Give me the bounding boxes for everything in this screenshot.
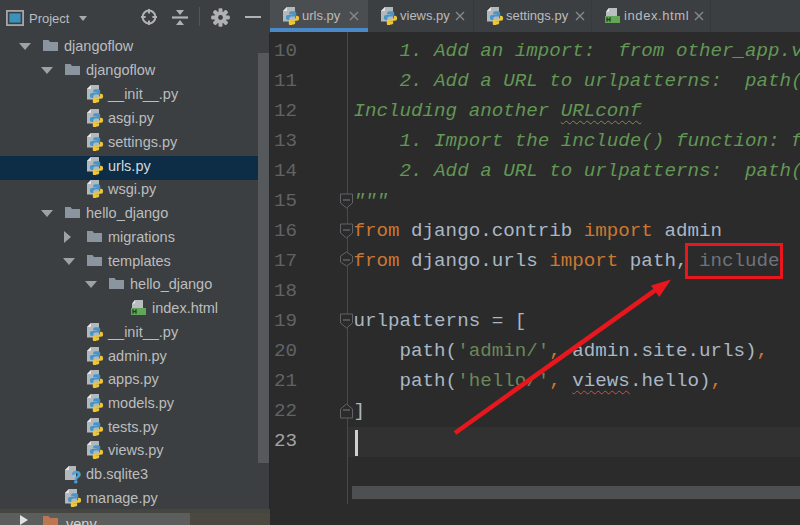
svg-text:?: ? (71, 468, 81, 484)
